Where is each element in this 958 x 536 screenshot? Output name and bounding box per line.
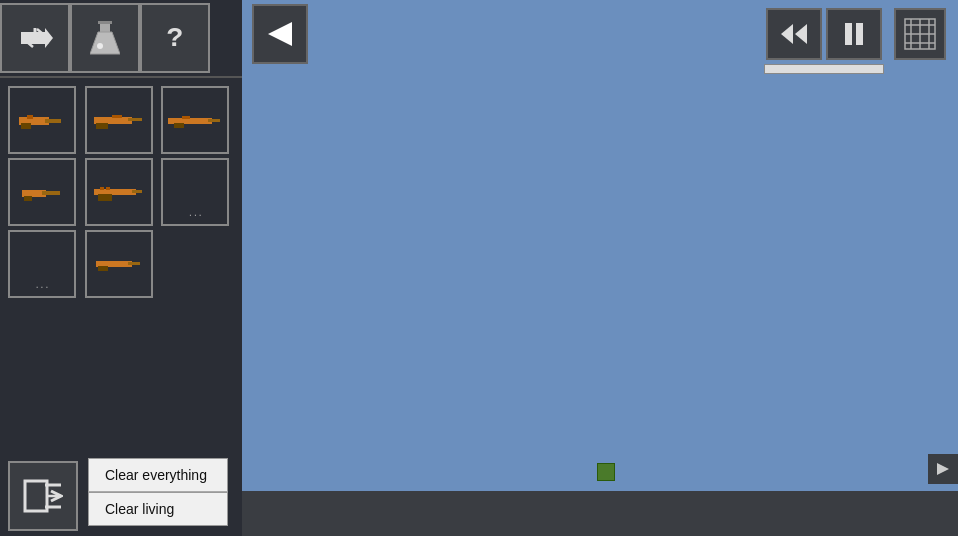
- weapon-cell-8[interactable]: [85, 230, 153, 298]
- weapon-cell-3[interactable]: [161, 86, 229, 154]
- weapon-label-6: ...: [167, 209, 223, 218]
- svg-rect-7: [45, 119, 61, 123]
- flask-button[interactable]: [70, 3, 140, 73]
- speed-control-area: [764, 8, 884, 74]
- svg-rect-22: [132, 190, 142, 193]
- right-edge-hint: [928, 454, 958, 484]
- svg-rect-27: [128, 262, 140, 265]
- svg-rect-24: [100, 187, 104, 190]
- svg-rect-28: [98, 266, 108, 271]
- svg-point-4: [97, 43, 103, 49]
- speed-progress-bar: [764, 64, 884, 74]
- help-button[interactable]: ?: [140, 3, 210, 73]
- clear-living-button[interactable]: Clear living: [88, 492, 228, 526]
- grid-toggle-button[interactable]: [894, 8, 946, 60]
- swap-button[interactable]: [0, 3, 70, 73]
- bottom-strip: [242, 491, 958, 536]
- svg-rect-25: [106, 187, 110, 190]
- svg-rect-34: [856, 23, 863, 45]
- svg-rect-33: [845, 23, 852, 45]
- green-square-entity: [597, 463, 615, 481]
- exit-button[interactable]: [8, 461, 78, 531]
- svg-rect-10: [94, 117, 132, 124]
- toolbar: ?: [0, 0, 242, 78]
- context-menu: Clear everything Clear living: [88, 458, 228, 526]
- svg-rect-15: [208, 119, 220, 122]
- weapon-cell-7[interactable]: ...: [8, 230, 76, 298]
- weapon-cell-4[interactable]: [8, 158, 76, 226]
- weapon-grid: ... ...: [0, 78, 242, 306]
- weapon-cell-6[interactable]: ...: [161, 158, 229, 226]
- back-button[interactable]: [252, 4, 308, 64]
- svg-rect-23: [98, 194, 112, 201]
- svg-rect-9: [27, 115, 33, 119]
- svg-rect-13: [112, 115, 122, 118]
- svg-rect-16: [174, 123, 184, 128]
- svg-rect-11: [128, 118, 142, 121]
- svg-marker-30: [937, 463, 949, 475]
- svg-rect-20: [24, 196, 32, 201]
- weapon-cell-1[interactable]: [8, 86, 76, 154]
- weapon-cell-2[interactable]: [85, 86, 153, 154]
- weapon-label-7: ...: [14, 281, 70, 290]
- svg-rect-17: [182, 116, 190, 119]
- clear-everything-button[interactable]: Clear everything: [88, 458, 228, 492]
- svg-marker-29: [268, 22, 292, 46]
- svg-rect-19: [42, 191, 60, 195]
- svg-rect-5: [98, 21, 112, 24]
- svg-marker-3: [90, 32, 120, 54]
- svg-rect-12: [96, 123, 108, 129]
- bottom-left-area: Clear everything Clear living: [0, 456, 242, 536]
- rewind-button[interactable]: [766, 8, 822, 60]
- weapon-cell-5[interactable]: [85, 158, 153, 226]
- svg-marker-32: [795, 24, 807, 44]
- svg-marker-31: [781, 24, 793, 44]
- svg-rect-8: [21, 123, 31, 129]
- pause-button[interactable]: [826, 8, 882, 60]
- svg-rect-43: [27, 483, 45, 509]
- speed-buttons-row: [766, 8, 882, 60]
